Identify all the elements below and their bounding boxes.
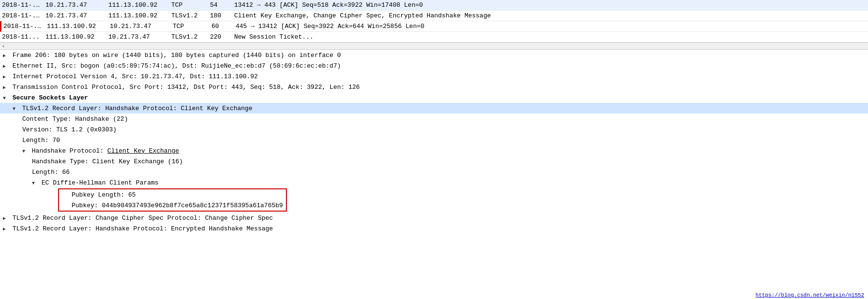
ip-arrow[interactable]: ▶ (3, 74, 9, 80)
encrypted-hs-arrow[interactable]: ▶ (3, 226, 9, 232)
pkt2-len: 180 (210, 12, 234, 19)
pkt2-dst: 111.13.100.92 (108, 12, 171, 19)
pkt3-dst: 10.21.73.47 (110, 23, 173, 30)
content-type-label: Content Type: Handshake (22) (22, 115, 128, 123)
handshake-type-label: Handshake Type: Client Key Exchange (16) (32, 158, 183, 165)
handshake-type-row[interactable]: Handshake Type: Client Key Exchange (16) (0, 156, 868, 167)
pkt4-time: 2018-11... (2, 33, 45, 41)
tcp-arrow[interactable]: ▶ (3, 85, 9, 90)
packet-row-1[interactable]: 2018-11-... 10.21.73.47 111.13.100.92 TC… (0, 0, 868, 11)
ssl-arrow[interactable]: ▼ (3, 96, 9, 101)
pkt2-info: Client Key Exchange, Change Cipher Spec,… (234, 12, 866, 19)
ec-arrow[interactable]: ▼ (32, 181, 38, 186)
scroll-left-icon[interactable]: ‹ (2, 43, 5, 49)
ec-label: EC Diffie-Hellman Client Params (42, 179, 159, 186)
handshake-length-label: Length: 66 (32, 169, 70, 176)
frame-arrow[interactable]: ▶ (3, 53, 9, 58)
change-cipher-label: TLSv1.2 Record Layer: Change Cipher Spec… (13, 214, 273, 222)
ethernet-arrow[interactable]: ▶ (3, 63, 9, 69)
pkt1-time: 2018-11-... (2, 1, 45, 9)
url-bar[interactable]: https://blog.csdn.net/weixin/n1552 (752, 291, 868, 299)
handshake-arrow[interactable]: ▼ (22, 149, 28, 154)
pubkey-length-label: Pubkey Length: 65 (72, 191, 136, 199)
detail-pane: ▶ Frame 206: 180 bytes on wire (1440 bit… (0, 50, 868, 234)
ssl-row[interactable]: ▼ Secure Sockets Layer (0, 92, 868, 103)
tcp-label: Transmission Control Protocol, Src Port:… (13, 84, 360, 91)
pkt3-len: 60 (211, 23, 236, 30)
frame-label: Frame 206: 180 bytes on wire (1440 bits)… (13, 52, 341, 59)
encrypted-hs-row[interactable]: ▶ TLSv1.2 Record Layer: Handshake Protoc… (0, 223, 868, 234)
pkt3-info: 445 → 13412 [ACK] Seq=3922 Ack=644 Win=2… (236, 23, 866, 30)
version-row[interactable]: Version: TLS 1.2 (0x0303) (0, 124, 868, 135)
change-cipher-row[interactable]: ▶ TLSv1.2 Record Layer: Change Cipher Sp… (0, 213, 868, 223)
ssl-label: Secure Sockets Layer (13, 94, 88, 101)
pubkey-label: Pubkey: 044b984937493e962b8f7ce65a8c1237… (72, 202, 283, 209)
packet-row-2[interactable]: 2018-11-... 10.21.73.47 111.13.100.92 TL… (0, 11, 868, 21)
pkt1-dst: 111.13.100.92 (108, 1, 171, 9)
pkt4-proto: TLSv1.2 (171, 33, 210, 41)
pkt1-proto: TCP (171, 1, 210, 9)
encrypted-hs-label: TLSv1.2 Record Layer: Handshake Protocol… (13, 225, 273, 232)
pkt2-src: 10.21.73.47 (45, 12, 108, 19)
frame-row[interactable]: ▶ Frame 206: 180 bytes on wire (1440 bit… (0, 50, 868, 60)
pkt2-proto: TLSv1.2 (171, 12, 210, 19)
pkt3-src: 111.13.100.92 (47, 23, 110, 30)
packet-list: 2018-11-... 10.21.73.47 111.13.100.92 TC… (0, 0, 868, 43)
pkt4-len: 220 (210, 33, 234, 41)
pubkey-box: Pubkey Length: 65 Pubkey: 044b984937493e… (58, 188, 287, 212)
url-text: https://blog.csdn.net/weixin/n1552 (756, 292, 864, 298)
length-label: Length: 70 (22, 137, 60, 144)
pkt4-dst: 10.21.73.47 (108, 33, 171, 41)
pkt4-src: 111.13.100.92 (45, 33, 108, 41)
handshake-label-text: Handshake Protocol: (32, 147, 107, 155)
length-row[interactable]: Length: 70 (0, 135, 868, 145)
pkt1-src: 10.21.73.47 (45, 1, 108, 9)
ec-row[interactable]: ▼ EC Diffie-Hellman Client Params (0, 177, 868, 188)
ethernet-row[interactable]: ▶ Ethernet II, Src: bogon (a0:c5:89:75:7… (0, 60, 868, 71)
packet-row-3[interactable]: 2018-11-... 111.13.100.92 10.21.73.47 TC… (0, 21, 868, 32)
ip-row[interactable]: ▶ Internet Protocol Version 4, Src: 10.2… (0, 71, 868, 82)
pkt3-proto: TCP (173, 23, 211, 30)
packet-row-4[interactable]: 2018-11... 111.13.100.92 10.21.73.47 TLS… (0, 32, 868, 43)
change-cipher-arrow[interactable]: ▶ (3, 215, 9, 221)
handshake-length-row[interactable]: Length: 66 (0, 167, 868, 177)
ethernet-label: Ethernet II, Src: bogon (a0:c5:89:75:74:… (13, 62, 341, 70)
tls-record-label: TLSv1.2 Record Layer: Handshake Protocol… (22, 105, 253, 112)
pkt1-len: 54 (210, 1, 234, 9)
tls-record-row[interactable]: ▼ TLSv1.2 Record Layer: Handshake Protoc… (0, 103, 868, 114)
pkt2-time: 2018-11-... (2, 12, 45, 19)
handshake-link[interactable]: Client Key Exchange (107, 147, 179, 155)
pkt3-time: 2018-11-... (3, 23, 47, 30)
content-type-row[interactable]: Content Type: Handshake (22) (0, 114, 868, 124)
version-label: Version: TLS 1.2 (0x0303) (22, 126, 117, 133)
pkt4-info: New Session Ticket... (234, 33, 866, 41)
ip-label: Internet Protocol Version 4, Src: 10.21.… (13, 73, 258, 80)
scroll-bar[interactable]: ‹ (0, 43, 868, 50)
pubkey-row[interactable]: Pubkey: 044b984937493e962b8f7ce65a8c1237… (59, 200, 286, 211)
handshake-row[interactable]: ▼ Handshake Protocol: Client Key Exchang… (0, 145, 868, 156)
pkt1-info: 13412 → 443 [ACK] Seq=518 Ack=3922 Win=1… (234, 1, 866, 9)
tcp-row[interactable]: ▶ Transmission Control Protocol, Src Por… (0, 82, 868, 92)
tls-record-arrow[interactable]: ▼ (13, 106, 18, 112)
pubkey-length-row[interactable]: Pubkey Length: 65 (59, 189, 286, 200)
